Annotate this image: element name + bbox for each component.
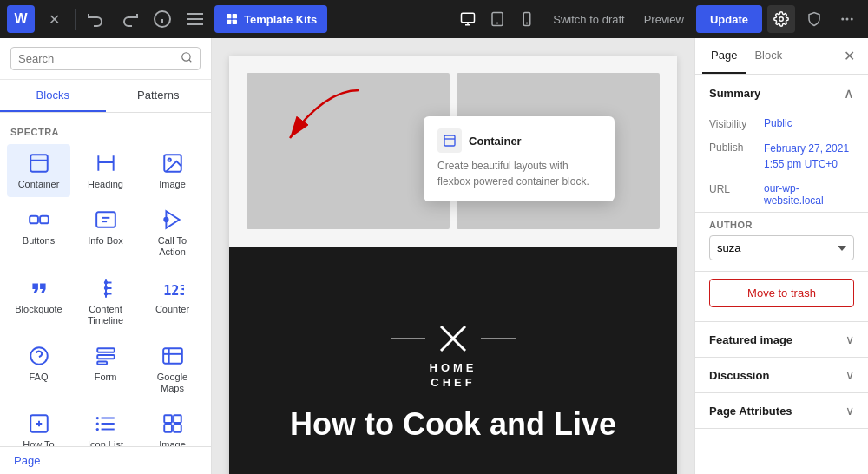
tab-blocks[interactable]: Blocks [0,80,106,112]
tablet-view-button[interactable] [483,5,511,33]
svg-line-22 [189,60,192,63]
svg-rect-27 [30,216,38,224]
visibility-value[interactable]: Public [764,117,854,129]
right-sidebar: Page Block ✕ Summary ∧ Visibility Public… [694,38,868,474]
summary-title: Summary [709,87,760,100]
block-item-call-to-action[interactable]: Call To Action [141,201,204,265]
canvas-logo: HOME CHEF [391,319,516,389]
block-grid: Container Heading Image [0,141,211,446]
svg-rect-23 [30,155,48,172]
svg-point-21 [182,53,190,61]
close-button[interactable]: ✕ [40,5,68,33]
tooltip-header: Container [437,128,601,153]
counter-icon: 123 [159,276,187,300]
search-input[interactable] [18,52,175,65]
mobile-view-button[interactable] [513,5,541,33]
block-item-image[interactable]: Image [141,144,204,197]
block-item-blockquote[interactable]: Blockquote [7,269,70,333]
svg-rect-60 [164,425,172,432]
info-box-icon [92,207,120,232]
discussion-header[interactable]: Discussion ∨ [695,358,868,392]
publish-time: 1:55 pm UTC+0 [764,158,838,170]
block-label-faq: FAQ [29,372,48,383]
template-kits-button[interactable]: Template Kits [214,5,327,33]
svg-rect-58 [164,416,172,424]
block-label-content-timeline: Content Timeline [77,304,134,326]
block-label-counter: Counter [155,304,189,315]
search-input-wrap[interactable] [10,47,201,70]
settings-gear-button[interactable] [767,5,795,33]
redo-button[interactable] [115,5,143,33]
block-item-buttons[interactable]: Buttons [7,201,70,265]
publish-value[interactable]: February 27, 2021 1:55 pm UTC+0 [764,141,854,172]
publish-row: Publish February 27, 2021 1:55 pm UTC+0 [695,135,868,177]
canvas-dark-section: HOME CHEF How to Cook and Live [229,247,677,474]
block-item-image-gallery[interactable]: Image Gallery [141,405,204,446]
page-attributes-header[interactable]: Page Attributes ∨ [695,393,868,428]
tooltip-container-icon [437,128,462,153]
block-item-icon-list[interactable]: Icon List [74,405,137,446]
block-label-heading: Heading [88,179,123,190]
block-item-content-timeline[interactable]: Content Timeline [74,269,137,333]
summary-section: Summary ∧ Visibility Public Publish Febr… [695,75,868,213]
featured-image-title: Featured image [709,333,792,346]
bottom-tab-label: Page [14,454,40,467]
block-label-info-box: Info Box [88,235,122,247]
tab-block[interactable]: Block [746,38,791,74]
publish-label: Publish [709,141,757,154]
undo-button[interactable] [82,5,110,33]
block-item-heading[interactable]: Heading [74,144,137,197]
block-item-faq[interactable]: FAQ [7,337,70,401]
author-select[interactable]: suza admin [709,235,854,260]
block-item-form[interactable]: Form [74,337,137,401]
preview-button[interactable]: Preview [637,5,691,33]
desktop-view-button[interactable] [454,5,482,33]
tab-page[interactable]: Page [702,38,746,74]
section-spectra-label: SPECTRA [0,120,211,141]
bottom-page-tab[interactable]: Page [0,446,211,474]
tab-patterns[interactable]: Patterns [106,80,212,112]
device-switcher [454,5,541,33]
block-item-google-maps[interactable]: Google Maps [141,337,204,401]
sidebar-close-button[interactable]: ✕ [837,44,861,69]
switch-to-draft-button[interactable]: Switch to draft [546,5,631,33]
block-item-how-to[interactable]: How To [7,405,70,446]
container-icon [25,151,53,175]
url-value[interactable]: our-wp-website.local [764,182,854,207]
topbar: W ✕ Template Kits Switch to draft Previe… [0,0,868,38]
page-attributes-chevron: ∨ [845,404,854,418]
image-gallery-icon [159,411,187,436]
content-timeline-icon [92,276,120,300]
svg-rect-45 [97,361,107,364]
block-label-google-maps: Google Maps [144,372,201,394]
info-button[interactable] [148,5,176,33]
more-options-button[interactable] [833,5,861,33]
summary-section-header[interactable]: Summary ∧ [695,75,868,112]
update-button[interactable]: Update [696,5,762,33]
block-pattern-tabs: Blocks Patterns [0,80,211,113]
move-to-trash-button[interactable]: Move to trash [709,279,854,307]
left-sidebar: Blocks Patterns SPECTRA Container [0,38,212,474]
canvas-area: Container Create beautiful layouts with … [212,38,694,474]
search-icon [181,51,193,66]
block-item-container[interactable]: Container [7,144,70,197]
svg-point-19 [846,18,849,21]
svg-text:123: 123 [163,282,184,298]
wp-logo-button[interactable]: W [7,5,35,33]
block-label-image: Image [159,179,186,190]
block-label-icon-list: Icon List [88,439,123,446]
list-view-button[interactable] [181,5,209,33]
svg-rect-29 [96,213,115,227]
featured-image-section: Featured image ∨ [695,322,868,358]
block-label-call-to-action: Call To Action [144,235,201,258]
block-label-blockquote: Blockquote [15,304,62,315]
block-item-info-box[interactable]: Info Box [74,201,137,265]
google-maps-icon [159,344,187,368]
featured-image-header[interactable]: Featured image ∨ [695,322,868,357]
faq-icon [25,344,53,368]
canvas-placeholder-left [247,73,450,229]
shield-button[interactable] [800,5,828,33]
block-item-counter[interactable]: 123 Counter [141,269,204,333]
author-section: AUTHOR suza admin [695,213,868,272]
visibility-row: Visibility Public [695,112,868,135]
